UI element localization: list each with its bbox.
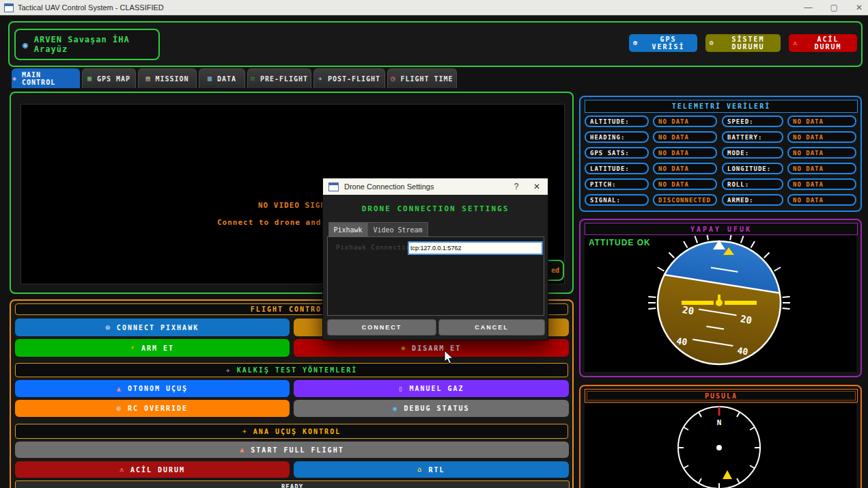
- telemetry-label: ALTITUDE:: [585, 116, 649, 127]
- rc-override-label: RC OVERRIDE: [128, 405, 188, 412]
- gps-data-button[interactable]: ⊕ GPS VERİSİ: [629, 34, 697, 52]
- telemetry-value: NO DATA: [787, 163, 856, 174]
- artificial-horizon-title: YAPAY UFUK: [585, 223, 858, 235]
- telemetry-label: GPS SATS:: [585, 147, 649, 159]
- telemetry-label: HEADING:: [585, 131, 649, 143]
- tab-main-control-label: MAIN CONTROL: [22, 71, 79, 86]
- compass-title: PUSULA: [585, 389, 858, 403]
- start-full-flight-button[interactable]: ▲ START FULL FLIGHT: [15, 442, 569, 458]
- autonomous-flight-button[interactable]: ▲ OTONOM UÇUŞ: [15, 380, 290, 397]
- tab-main-control[interactable]: ◈ MAIN CONTROL: [12, 68, 80, 88]
- dialog-connect-button[interactable]: CONNECT: [327, 319, 436, 336]
- telemetry-value: NO DATA: [787, 131, 856, 143]
- ufo-icon: ◉: [23, 40, 29, 49]
- tab-gps-map-label: GPS MAP: [97, 75, 130, 83]
- telemetry-value: NO DATA: [787, 178, 856, 190]
- compass-rose: N: [585, 404, 856, 488]
- tab-data[interactable]: ▥ DATA: [199, 68, 245, 88]
- telemetry-value: NO DATA: [787, 147, 856, 159]
- maximize-button[interactable]: ▢: [830, 3, 838, 12]
- attitude-status-text: ATTITUDE OK: [589, 238, 651, 247]
- dialog-tab-video-stream[interactable]: Video Stream: [367, 222, 428, 236]
- status-text: READY: [281, 483, 303, 488]
- rtl-button[interactable]: ⌂ RTL: [294, 461, 569, 478]
- tab-pre-flight-label: PRE-FLIGHT: [260, 75, 308, 83]
- arm-label: ARM ET: [141, 344, 174, 352]
- rc-override-button[interactable]: ⊙ RC OVERRIDE: [15, 400, 290, 417]
- tab-gps-map[interactable]: ▦ GPS MAP: [82, 68, 136, 88]
- phone-icon: ▯: [398, 385, 404, 392]
- telemetry-label: ARMED:: [722, 194, 783, 206]
- compass-display: N: [585, 404, 856, 488]
- connect-pixhawk-button[interactable]: ◎ CONNECT PIXHAWK: [15, 318, 290, 336]
- home-icon: ⌂: [417, 466, 423, 473]
- telemetry-title: TELEMETRİ VERİLERİ: [585, 100, 858, 113]
- dialog-titlebar[interactable]: Drone Connection Settings ? ✕: [323, 178, 548, 195]
- telemetry-label: LONGITUDE:: [722, 163, 783, 174]
- dialog-cancel-button[interactable]: CANCEL: [438, 319, 545, 336]
- plane-icon: ✈: [242, 428, 248, 435]
- disarm-label: DISARM ET: [412, 344, 461, 352]
- app-title: ARVEN Savaşan İHA Arayüz: [34, 35, 158, 54]
- link-icon: ◎: [106, 324, 111, 331]
- drone-connection-dialog: Drone Connection Settings ? ✕ DRONE CONN…: [322, 178, 548, 340]
- tab-mission[interactable]: ▤ MISSION: [138, 68, 197, 88]
- emergency-flight-label: ACİL DURUM: [130, 466, 185, 474]
- connection-label: Pixhawk Connection:: [336, 244, 419, 251]
- connection-status-partial-text: ed: [551, 267, 559, 274]
- telemetry-label: MODE:: [722, 147, 783, 159]
- rocket-icon: ▲: [117, 385, 122, 392]
- connection-input[interactable]: [408, 241, 543, 255]
- satellite-icon: ⊕: [633, 40, 639, 46]
- os-titlebar: Tactical UAV Control System - CLASSIFIED…: [0, 0, 868, 16]
- emergency-flight-button[interactable]: ⚠ ACİL DURUM: [15, 461, 290, 478]
- emergency-button[interactable]: ⚠ ACİL DURUM: [789, 34, 857, 52]
- telemetry-label: PITCH:: [585, 178, 649, 190]
- minimize-button[interactable]: —: [804, 3, 813, 12]
- dialog-help-button[interactable]: ?: [509, 180, 523, 193]
- aircraft-left-wing: [682, 301, 714, 305]
- tab-flight-time-label: FLIGHT TIME: [400, 75, 453, 83]
- lock-icon: ●: [402, 345, 406, 351]
- connect-pixhawk-label: CONNECT PIXHAWK: [117, 324, 199, 331]
- arm-button[interactable]: ⚡ ARM ET: [15, 339, 290, 357]
- pitch-label-20-left: 20: [682, 304, 695, 316]
- main-flight-title: ANA UÇUŞ KONTROL: [253, 428, 341, 435]
- takeoff-tests-header: ✈ KALKIŞ TEST YÖNTEMLERİ: [15, 363, 568, 377]
- tab-post-flight[interactable]: ✈ POST-FLIGHT: [313, 68, 385, 88]
- dialog-tab-pixhawk[interactable]: Pixhawk: [328, 222, 367, 236]
- dialog-close-button[interactable]: ✕: [530, 180, 544, 193]
- main-flight-header: ✈ ANA UÇUŞ KONTROL: [15, 424, 568, 439]
- tab-flight-time[interactable]: ◷ FLIGHT TIME: [387, 68, 457, 88]
- controller-icon: ◈: [12, 75, 17, 82]
- disarm-button[interactable]: ● DISARM ET: [294, 339, 569, 357]
- dialog-heading: DRONE CONNECTION SETTINGS: [323, 204, 548, 213]
- start-full-flight-label: START FULL FLIGHT: [251, 446, 344, 454]
- alarm-icon: ⚠: [793, 40, 798, 46]
- system-status-button[interactable]: ⚙ SİSTEM DURUMU: [705, 34, 781, 52]
- telemetry-value: DISCONNECTED: [653, 194, 717, 206]
- artificial-horizon-title-text: YAPAY UFUK: [690, 226, 752, 233]
- autonomous-flight-label: OTONOM UÇUŞ: [128, 385, 188, 392]
- dialog-tab-content: Pixhawk Connection:: [327, 236, 544, 316]
- telemetry-value: NO DATA: [653, 131, 717, 143]
- dialog-title-text: Drone Connection Settings: [344, 182, 434, 191]
- rtl-label: RTL: [428, 466, 445, 474]
- artificial-horizon-display: ATTITUDE OK 20 2: [585, 235, 856, 372]
- takeoff-tests-title: KALKIŞ TEST YÖNTEMLERİ: [237, 366, 357, 374]
- telemetry-value: NO DATA: [787, 116, 856, 127]
- tab-mission-label: MISSION: [155, 75, 188, 83]
- manual-throttle-button[interactable]: ▯ MANUEL GAZ: [294, 380, 569, 397]
- debug-status-button[interactable]: ◉ DEBUG STATUS: [294, 400, 569, 417]
- satellite-dish-icon: ⊙: [117, 405, 122, 412]
- chart-icon: ▥: [208, 75, 212, 82]
- takeoff-plane-icon: ✈: [226, 367, 232, 374]
- tab-pre-flight[interactable]: ☑ PRE-FLIGHT: [247, 68, 311, 88]
- telemetry-label: BATTERY:: [722, 131, 783, 143]
- manual-throttle-label: MANUEL GAZ: [409, 385, 464, 392]
- telemetry-value: NO DATA: [787, 194, 856, 206]
- clipboard-icon: ▤: [145, 75, 150, 82]
- close-button[interactable]: ✕: [856, 3, 863, 12]
- alarm-icon-2: ⚠: [120, 466, 125, 473]
- window-app-icon: [4, 3, 14, 12]
